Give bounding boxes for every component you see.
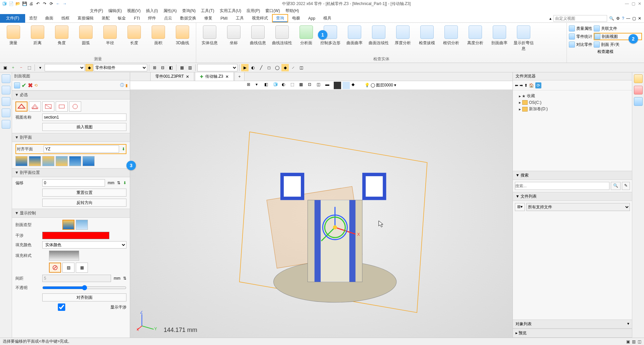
preset-4[interactable] [56,156,68,166]
t-icon-5[interactable]: ▥ [186,64,194,71]
rail-icon-3[interactable] [2,97,10,106]
sectiontoggle-icon[interactable] [594,42,600,48]
sectype-3[interactable] [42,101,54,112]
status-icon-3[interactable]: ◫ [638,339,641,344]
btn-bendinfo[interactable]: 显示折弯信息 [512,24,535,56]
undo-icon[interactable]: ↶ [35,1,41,7]
tab-tools[interactable]: 工具 [232,14,248,22]
sectype-2[interactable] [29,101,41,112]
rail-icon-2[interactable] [2,86,10,94]
vt-9[interactable]: ◫ [316,82,324,89]
vt-3[interactable]: ◧ [264,82,271,89]
btn-length[interactable]: 长度 [123,24,146,56]
ok-button[interactable]: ✔ [21,82,26,89]
filter-combo[interactable] [45,64,85,71]
save-icon[interactable]: 💾 [21,1,28,7]
tab-pointcloud[interactable]: 点云 [160,14,176,22]
rrail-icon-2[interactable] [634,86,643,94]
btn-3dcurve[interactable]: 3D曲线 [171,24,194,56]
rrail-icon-1[interactable] [634,74,643,83]
t-icon-2[interactable]: ⊟ [159,64,166,71]
tab-pmi[interactable]: PMI [216,15,231,22]
vt-8[interactable]: ⊡ [308,82,315,89]
status-icon-1[interactable]: ▣ [626,339,630,344]
fillcolor-select[interactable]: 实体颜色 [42,241,126,249]
tab-app[interactable]: App [304,15,319,22]
print-icon[interactable]: 🖨 [28,1,34,7]
btn-entityinfo[interactable]: 实体信息 [198,24,221,56]
help-icon[interactable]: ? [622,16,624,21]
btn-curveinfo[interactable]: 曲线信息 [247,24,269,56]
btn-surfcurv[interactable]: 曲面曲率 [343,24,366,56]
nav-home-icon[interactable]: 🏠 [529,83,534,88]
menu-edit[interactable]: 编辑(E) [106,8,124,14]
nav-fwd-icon[interactable]: ➡ [520,83,523,88]
tab-surface[interactable]: 曲面 [41,14,57,22]
pattern-grid[interactable]: ▦ [76,263,88,273]
vt-7[interactable]: ▦ [299,82,306,89]
redo-icon[interactable]: ↷ [42,1,48,7]
tab-weld[interactable]: 焊件 [144,14,160,22]
opacity-slider[interactable] [42,284,126,291]
cancel-button[interactable]: ✖ [28,82,33,89]
tab-electrode[interactable]: 电极 [288,14,304,22]
tab-assembly[interactable]: 装配 [98,14,114,22]
btn-radius[interactable]: 半径 [99,24,121,56]
menu-view[interactable]: 视图(V) [124,8,143,14]
nav-refresh-icon[interactable]: ⟳ [535,82,541,88]
menu-file[interactable]: 文件(F) [87,8,106,14]
btn-undercut[interactable]: 根切分析 [440,24,463,56]
scope-combo[interactable]: 零件和组件 [94,64,147,71]
flip-button[interactable]: 反转方向 [42,199,126,207]
vt-10[interactable]: ▬ [325,82,332,89]
vt-1[interactable]: ⊞ [247,82,254,89]
massprop-icon[interactable] [569,25,575,31]
rail-icon-4[interactable] [2,109,10,117]
sec-required-header[interactable]: ▼ 必选 [12,90,130,99]
interference-color[interactable] [42,232,109,239]
gear-icon[interactable]: ⚙ [616,16,620,21]
t-icon-10[interactable]: ◆ [281,64,289,71]
sectype-1[interactable] [15,101,28,112]
rail-icon-5[interactable] [2,120,10,129]
tab-sheetmetal[interactable]: 钣金 [114,14,130,22]
named-view-combo[interactable] [197,64,237,71]
btn-height[interactable]: 高度分析 [464,24,487,56]
tab-fti[interactable]: FTI [130,15,144,22]
rp-search-button[interactable]: 🔍 [611,182,621,190]
offset-stepper[interactable]: ⇅ [117,181,120,185]
t-icon-4[interactable]: ▦ [178,64,185,71]
preset-yz[interactable] [29,156,41,166]
tab-visualstyle[interactable]: 视觉样式 [248,14,272,22]
doctab-2[interactable]: ✚传动轴.Z3✕ [195,72,233,81]
sec-planepos-header[interactable]: ▼ 剖平面位置 [12,168,130,177]
btn-coord[interactable]: 坐标 [222,24,245,56]
open-icon[interactable]: 📂 [15,1,21,7]
folder-tree[interactable]: ▸ ★ 收藏 ▸ OS(C:) ▸ 新加卷(D:) [513,90,632,171]
sectype-5[interactable] [69,101,81,112]
rail-icon-1[interactable] [2,74,10,83]
tree-drive-c[interactable]: ▸ OS(C:) [515,99,630,106]
pattern-hatch[interactable]: ▨ [62,263,74,273]
grad-swatch[interactable] [49,251,79,261]
insert-view-button[interactable]: 插入视图 [42,123,126,131]
tab-mold[interactable]: 模具 [319,14,335,22]
play-icon[interactable]: ▶ [241,64,249,71]
menu-app[interactable]: 应用(P) [244,8,263,14]
vt-13[interactable]: ◆ [351,82,359,89]
rp-preview-header[interactable]: ▸ 预览 [513,329,632,338]
btn-measure[interactable]: 测量 [2,24,25,56]
ribbon-file-tab[interactable]: 文件(F) [0,14,25,23]
rp-filelist-header[interactable]: ▼ 文件列表 [513,192,632,201]
select-icon[interactable]: ▣ [1,64,9,71]
btn-curvecont[interactable]: 曲线连续性 [271,24,293,56]
vt-11[interactable] [334,82,341,89]
t-icon-8[interactable]: ◻ [265,64,273,71]
btn-angle[interactable]: 角度 [50,24,73,56]
menu-attr[interactable]: 属性(A) [161,8,179,14]
sec-plane-header[interactable]: ▼ 剖平面 [12,133,130,142]
t-icon-11[interactable]: ⟋ [289,64,297,71]
boxselect-icon[interactable]: ⬚ [25,64,33,71]
btn-arc[interactable]: 圆弧 [74,24,97,56]
close-tab-icon[interactable]: ✕ [186,74,189,79]
